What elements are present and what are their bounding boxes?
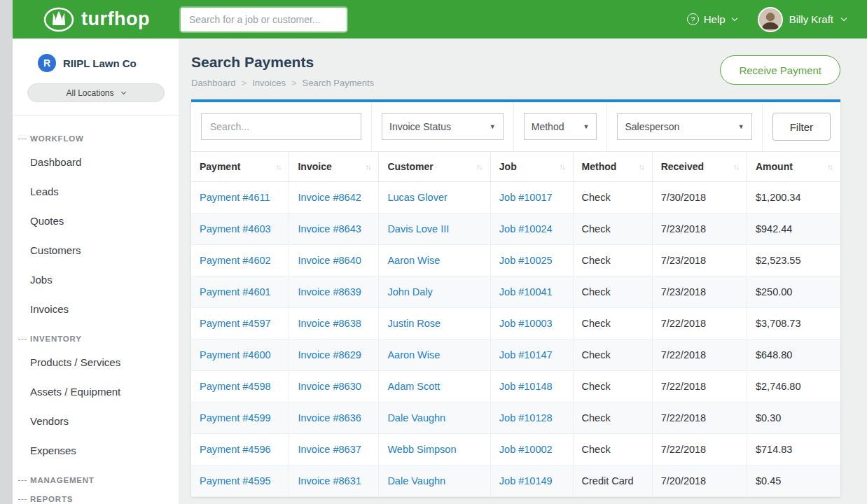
job-link[interactable]: Job #10149	[499, 475, 553, 486]
payment-link[interactable]: Payment #4611	[200, 192, 270, 203]
payments-card: Invoice Status ▼ Method ▼ Salesperson	[191, 99, 840, 497]
invoice-link[interactable]: Invoice #8643	[298, 223, 361, 234]
customer-link[interactable]: Aaron Wise	[387, 255, 440, 266]
payment-link[interactable]: Payment #4601	[200, 286, 271, 298]
sort-icon: ↑↓	[365, 162, 370, 171]
amount-cell: $0.30	[747, 402, 840, 434]
sidebar-item[interactable]: Dashboard	[18, 148, 179, 177]
breadcrumb-dashboard[interactable]: Dashboard	[191, 78, 236, 88]
received-cell: 7/30/2018	[652, 182, 747, 214]
sidebar-item[interactable]: Jobs	[18, 265, 179, 295]
invoice-link[interactable]: Invoice #8638	[298, 318, 361, 329]
page-header: Search Payments Dashboard > Invoices > S…	[191, 52, 840, 99]
payment-link[interactable]: Payment #4597	[200, 318, 271, 329]
dash-icon	[18, 499, 27, 500]
brand-logo[interactable]: turfhop	[43, 7, 150, 32]
column-header-received[interactable]: Received↑↓	[652, 152, 747, 182]
dash-icon	[18, 139, 27, 139]
column-header-amount[interactable]: Amount↑↓	[747, 152, 840, 182]
payment-link[interactable]: Payment #4596	[200, 444, 271, 455]
customer-link[interactable]: Dale Vaughn	[387, 412, 445, 424]
job-link[interactable]: Job #10017	[499, 192, 553, 203]
customer-link[interactable]: Aaron Wise	[387, 349, 440, 360]
customer-link[interactable]: Webb Simpson	[387, 444, 456, 455]
user-menu[interactable]: Billy Kraft	[758, 7, 846, 32]
column-header-job[interactable]: Job↑↓	[490, 152, 573, 182]
topbar-right: ? Help Billy Kraft	[687, 7, 846, 32]
job-link[interactable]: Job #10041	[499, 286, 553, 298]
invoice-link[interactable]: Invoice #8637	[298, 444, 361, 455]
job-link[interactable]: Job #10002	[499, 444, 553, 455]
invoice-link[interactable]: Invoice #8639	[298, 286, 361, 298]
breadcrumb-invoices[interactable]: Invoices	[252, 78, 286, 88]
salesperson-select[interactable]: Salesperson ▼	[617, 113, 751, 140]
payment-link[interactable]: Payment #4599	[200, 412, 271, 424]
job-link[interactable]: Job #10147	[499, 349, 553, 360]
invoice-link[interactable]: Invoice #8642	[298, 192, 361, 203]
sidebar-item[interactable]: Customers	[18, 236, 179, 265]
sidebar-item[interactable]: Invoices	[18, 295, 179, 324]
received-cell: 7/22/2018	[652, 308, 747, 340]
received-cell: 7/22/2018	[652, 371, 747, 402]
received-cell: 7/22/2018	[652, 434, 747, 465]
sidebar-item[interactable]: Products / Services	[18, 348, 179, 377]
customer-link[interactable]: Justin Rose	[387, 318, 441, 329]
job-link[interactable]: Job #10148	[499, 381, 553, 392]
invoice-link[interactable]: Invoice #8640	[298, 255, 361, 266]
app-window: turfhop ? Help Billy Kraft	[13, 0, 867, 504]
nav-section-inventory: INVENTORY	[18, 335, 179, 343]
sidebar-item[interactable]: Vendors	[18, 407, 179, 436]
payment-link[interactable]: Payment #4595	[200, 475, 271, 486]
job-link[interactable]: Job #10128	[499, 412, 553, 424]
customer-link[interactable]: Davis Love III	[387, 223, 449, 234]
table-row: Payment #4602 Invoice #8640 Aaron Wise J…	[191, 245, 840, 276]
locations-dropdown[interactable]: All Locations	[27, 83, 165, 102]
invoice-link[interactable]: Invoice #8636	[298, 412, 361, 424]
customer-link[interactable]: John Daly	[387, 286, 432, 298]
page-title: Search Payments	[191, 54, 374, 71]
filter-cell-status: Invoice Status ▼	[372, 102, 514, 151]
method-cell: Check	[573, 402, 652, 434]
receive-payment-button[interactable]: Receive Payment	[720, 55, 840, 85]
payment-link[interactable]: Payment #4602	[200, 255, 271, 266]
payment-link[interactable]: Payment #4603	[200, 223, 271, 234]
payment-link[interactable]: Payment #4600	[200, 349, 271, 360]
received-cell: 7/23/2018	[652, 214, 747, 245]
job-link[interactable]: Job #10003	[499, 318, 553, 329]
sidebar-item[interactable]: Leads	[18, 177, 179, 206]
invoice-link[interactable]: Invoice #8631	[298, 475, 361, 486]
sidebar-item[interactable]: Assets / Equipment	[18, 377, 179, 407]
locations-label: All Locations	[66, 88, 113, 98]
breadcrumb: Dashboard > Invoices > Search Payments	[191, 78, 374, 88]
job-link[interactable]: Job #10024	[499, 223, 553, 234]
payment-link[interactable]: Payment #4598	[200, 381, 271, 392]
customer-link[interactable]: Dale Vaughn	[387, 475, 445, 486]
column-header-method[interactable]: Method↑↓	[573, 152, 652, 182]
help-menu[interactable]: ? Help	[687, 13, 737, 25]
company-name: RIIPL Lawn Co	[63, 57, 137, 69]
filter-button[interactable]: Filter	[772, 113, 831, 141]
customer-link[interactable]: Lucas Glover	[387, 192, 447, 203]
column-header-payment[interactable]: Payment↑↓	[191, 152, 289, 182]
nav-list-workflow: DashboardLeadsQuotesCustomersJobsInvoice…	[18, 148, 179, 324]
method-cell: Check	[573, 371, 652, 402]
sort-icon: ↑↓	[275, 162, 280, 171]
sidebar-item[interactable]: Expenses	[18, 436, 179, 465]
sort-icon: ↑↓	[560, 162, 564, 171]
method-select[interactable]: Method ▼	[524, 113, 597, 140]
column-header-invoice[interactable]: Invoice↑↓	[289, 152, 379, 182]
amount-cell: $0.45	[747, 465, 840, 497]
global-search-input[interactable]	[181, 8, 347, 31]
table-search-input[interactable]	[201, 113, 361, 140]
chevron-down-icon	[841, 15, 847, 21]
invoice-link[interactable]: Invoice #8629	[298, 349, 361, 360]
invoice-status-select[interactable]: Invoice Status ▼	[382, 113, 504, 140]
column-header-customer[interactable]: Customer↑↓	[379, 152, 490, 182]
table-row: Payment #4599 Invoice #8636 Dale Vaughn …	[191, 402, 840, 434]
received-cell: 7/22/2018	[652, 340, 747, 371]
select-arrow-icon: ▼	[738, 123, 744, 130]
sidebar-item[interactable]: Quotes	[18, 206, 179, 236]
customer-link[interactable]: Adam Scott	[387, 381, 440, 392]
job-link[interactable]: Job #10025	[499, 255, 553, 266]
invoice-link[interactable]: Invoice #8630	[298, 381, 361, 392]
